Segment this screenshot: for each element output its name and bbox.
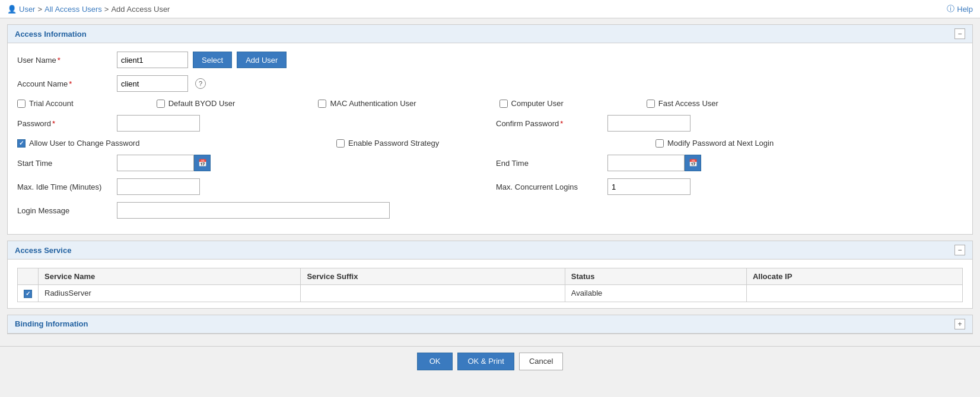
password-row: Password* Confirm Password* (17, 115, 963, 132)
mac-auth-checkbox[interactable] (318, 100, 326, 108)
access-info-title: Access Information (15, 30, 87, 39)
account-type-row: Trial Account Default BYOD User MAC Auth… (17, 99, 963, 108)
cancel-button[interactable]: Cancel (519, 353, 563, 370)
allow-change-checkbox[interactable] (17, 139, 26, 148)
username-row: User Name* Select Add User (17, 52, 963, 68)
binding-info-header: Binding Information + (8, 315, 972, 334)
enable-strategy-checkbox[interactable] (336, 139, 345, 148)
enable-strategy-label: Enable Password Strategy (348, 139, 439, 148)
max-concurrent-label: Max. Concurrent Logins (496, 183, 603, 191)
row-checkbox-cell (18, 285, 39, 302)
login-message-input[interactable] (117, 202, 390, 219)
password-options-row: Allow User to Change Password Enable Pas… (17, 139, 963, 148)
account-help-icon[interactable]: ? (195, 78, 206, 89)
binding-info-title: Binding Information (15, 319, 88, 328)
max-concurrent-input[interactable] (607, 178, 691, 195)
access-service-toggle[interactable]: − (954, 245, 965, 255)
start-time-calendar-btn[interactable]: 📅 (194, 155, 211, 171)
main-content: Access Information − User Name* Select A… (0, 18, 980, 346)
col-status: Status (565, 268, 746, 285)
bottom-bar: OK OK & Print Cancel (0, 346, 980, 376)
modify-password-checkbox[interactable] (656, 139, 664, 148)
row-status: Available (565, 285, 746, 302)
breadcrumb-sep1: > (37, 5, 42, 14)
row-service-suffix (301, 285, 565, 302)
computer-user-checkbox[interactable] (499, 100, 508, 108)
help-link[interactable]: ⓘ Help (947, 4, 973, 14)
max-concurrent-col: Max. Concurrent Logins (496, 178, 963, 195)
breadcrumb: 👤 User > All Access Users > Add Access U… (7, 5, 170, 14)
confirm-password-col: Confirm Password* (496, 115, 963, 132)
col-checkbox (18, 268, 39, 285)
end-time-col: End Time 📅 (496, 155, 963, 171)
computer-user-label: Computer User (511, 99, 564, 108)
help-circle-icon: ⓘ (947, 4, 954, 14)
confirm-password-label: Confirm Password* (496, 119, 603, 128)
row-allocate-ip (746, 285, 962, 302)
service-table-header-row: Service Name Service Suffix Status Alloc… (18, 268, 963, 285)
help-label: Help (957, 5, 973, 14)
trial-account-item: Trial Account (17, 99, 74, 108)
start-time-col: Start Time 📅 (17, 155, 484, 171)
default-byod-item: Default BYOD User (157, 99, 236, 108)
password-label: Password* (17, 119, 112, 128)
access-service-body: Service Name Service Suffix Status Alloc… (8, 260, 972, 308)
breadcrumb-sep2: > (104, 5, 109, 14)
fast-access-item: Fast Access User (647, 99, 718, 108)
allow-change-col: Allow User to Change Password (17, 139, 324, 148)
allow-change-label: Allow User to Change Password (29, 139, 139, 148)
binding-info-toggle[interactable]: + (954, 319, 965, 329)
fast-access-checkbox[interactable] (647, 100, 655, 108)
top-bar: 👤 User > All Access Users > Add Access U… (0, 0, 980, 18)
end-time-label: End Time (496, 159, 603, 168)
table-row: RadiusServer Available (18, 285, 963, 302)
mac-auth-label: MAC Authentication User (330, 99, 416, 108)
password-input[interactable] (117, 115, 200, 132)
max-idle-col: Max. Idle Time (Minutes) (17, 178, 484, 195)
accountname-label: Account Name* (17, 79, 112, 88)
username-label: User Name* (17, 56, 112, 65)
end-time-input-group: 📅 (607, 155, 701, 171)
password-col-left: Password* (17, 115, 484, 132)
login-message-label: Login Message (17, 206, 112, 215)
start-time-label: Start Time (17, 159, 112, 168)
select-button[interactable]: Select (193, 52, 232, 68)
access-info-body: User Name* Select Add User Account Name*… (8, 43, 972, 234)
service-table: Service Name Service Suffix Status Alloc… (17, 268, 963, 302)
accountname-input[interactable] (117, 75, 188, 92)
ok-print-button[interactable]: OK & Print (457, 353, 514, 370)
col-service-suffix: Service Suffix (301, 268, 565, 285)
access-service-title: Access Service (15, 246, 71, 255)
login-message-row: Login Message (17, 202, 963, 219)
username-input[interactable] (117, 52, 188, 68)
confirm-password-input[interactable] (607, 115, 691, 132)
col-allocate-ip: Allocate IP (746, 268, 962, 285)
end-time-calendar-btn[interactable]: 📅 (685, 155, 701, 171)
access-info-toggle[interactable]: − (954, 28, 965, 39)
add-user-button[interactable]: Add User (237, 52, 287, 68)
fast-access-label: Fast Access User (658, 99, 718, 108)
access-service-panel: Access Service − Service Name Service Su… (7, 241, 973, 309)
binding-info-panel: Binding Information + (7, 315, 973, 334)
access-service-header: Access Service − (8, 241, 972, 260)
accountname-row: Account Name* ? (17, 75, 963, 92)
max-idle-label: Max. Idle Time (Minutes) (17, 183, 112, 191)
breadcrumb-all-access-users[interactable]: All Access Users (44, 5, 102, 14)
row-service-name: RadiusServer (39, 285, 301, 302)
access-info-header: Access Information − (8, 25, 972, 43)
max-row: Max. Idle Time (Minutes) Max. Concurrent… (17, 178, 963, 195)
enable-strategy-col: Enable Password Strategy (336, 139, 644, 148)
mac-auth-item: MAC Authentication User (318, 99, 416, 108)
ok-button[interactable]: OK (417, 353, 453, 370)
default-byod-checkbox[interactable] (157, 100, 165, 108)
modify-password-col: Modify Password at Next Login (656, 139, 963, 148)
start-time-input-group: 📅 (117, 155, 211, 171)
breadcrumb-current: Add Access User (111, 5, 170, 14)
trial-account-checkbox[interactable] (17, 100, 26, 108)
service-row-checkbox[interactable] (24, 290, 32, 298)
start-time-input[interactable] (117, 155, 194, 171)
breadcrumb-user[interactable]: User (19, 5, 35, 14)
end-time-input[interactable] (607, 155, 685, 171)
access-info-panel: Access Information − User Name* Select A… (7, 24, 973, 235)
max-idle-input[interactable] (117, 178, 200, 195)
